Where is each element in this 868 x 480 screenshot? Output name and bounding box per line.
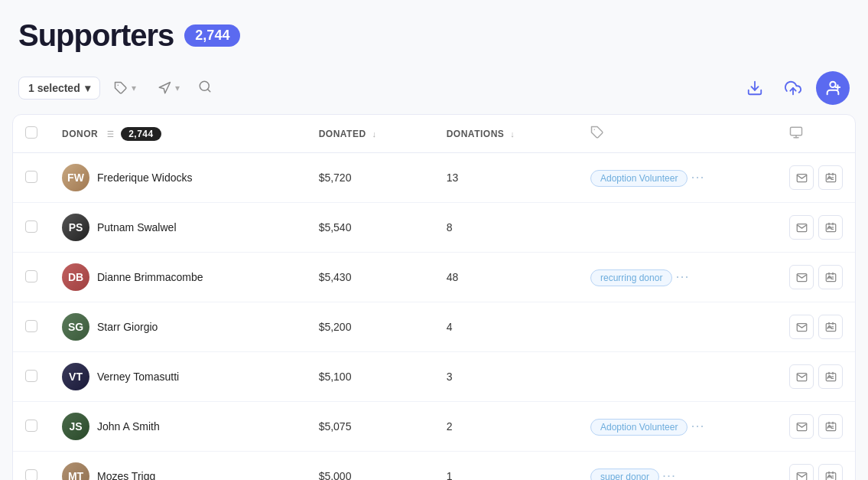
select-all-header[interactable] (13, 115, 50, 153)
row-checkbox-cell[interactable] (13, 452, 50, 481)
contact-card-button[interactable] (818, 215, 843, 240)
contact-card-icon (825, 421, 837, 433)
total-count-badge: 2,744 (184, 24, 240, 47)
page-header: Supporters 2,744 (0, 0, 868, 65)
donor-name[interactable]: Frederique Widocks (97, 171, 193, 184)
row-checkbox-cell[interactable] (13, 203, 50, 253)
actions-cell (777, 352, 855, 402)
tag-more-button[interactable]: ··· (688, 169, 707, 185)
upload-button[interactable] (778, 73, 808, 103)
add-user-button[interactable] (816, 71, 850, 105)
avatar: SG (62, 313, 89, 341)
tag-more-button[interactable]: ··· (688, 418, 707, 434)
donated-column-header[interactable]: DONATED ↓ (307, 115, 434, 153)
row-checkbox[interactable] (25, 469, 37, 481)
donor-name[interactable]: Mozes Trigg (97, 470, 155, 480)
table-row: VTVerney Tomasutti$5,1003 (13, 352, 855, 402)
email-icon (796, 371, 808, 383)
sort-donated-icon: ↓ (372, 129, 376, 139)
table-row: FWFrederique Widocks$5,72013Adoption Vol… (13, 153, 855, 203)
selected-label: 1 selected (28, 82, 80, 94)
actions-cell (777, 452, 855, 481)
contact-card-button[interactable] (818, 464, 843, 480)
chevron-down-icon-tag: ▾ (132, 83, 136, 93)
tags-cell (578, 302, 777, 352)
contact-card-button[interactable] (818, 414, 843, 439)
page-title: Supporters (18, 18, 174, 53)
row-checkbox[interactable] (25, 420, 37, 432)
contact-card-icon (825, 172, 837, 184)
actions-cell (777, 153, 855, 203)
sort-donations-icon: ↓ (510, 129, 515, 139)
row-checkbox-cell[interactable] (13, 302, 50, 352)
contact-card-button[interactable] (818, 265, 843, 289)
tags-cell: Adoption Volunteer··· (578, 153, 777, 203)
row-checkbox-cell[interactable] (13, 253, 50, 302)
table-row: SGStarr Giorgio$5,2004 (13, 302, 855, 352)
email-button[interactable] (789, 315, 814, 339)
donor-name[interactable]: John A Smith (97, 420, 160, 433)
donor-count-badge: 2,744 (121, 127, 161, 141)
contact-card-button[interactable] (818, 364, 843, 389)
email-button[interactable] (789, 414, 814, 439)
tags-cell: super donor··· (578, 452, 777, 481)
contact-card-icon (825, 222, 837, 233)
email-icon (796, 172, 808, 184)
email-button[interactable] (789, 215, 814, 240)
email-button[interactable] (789, 265, 814, 289)
avatar: DB (62, 263, 89, 291)
donor-cell: DBDianne Brimmacombe (50, 253, 307, 302)
contact-card-icon (825, 471, 837, 481)
row-checkbox[interactable] (25, 320, 37, 332)
donor-cell: VTVerney Tomasutti (50, 352, 307, 402)
tag-more-button[interactable]: ··· (672, 269, 692, 285)
donor-column-header[interactable]: DONOR 2,744 (50, 115, 307, 153)
tags-column-header (578, 115, 777, 153)
email-button[interactable] (789, 165, 814, 190)
donor-name[interactable]: Verney Tomasutti (97, 371, 179, 383)
tag-label: Adoption Volunteer (590, 419, 688, 436)
email-icon (796, 471, 808, 481)
contact-card-icon (825, 322, 837, 333)
svg-line-2 (207, 89, 210, 91)
avatar: FW (62, 164, 89, 191)
search-button[interactable] (193, 75, 216, 102)
donor-name[interactable]: Dianne Brimmacombe (97, 271, 203, 283)
row-checkbox[interactable] (25, 220, 37, 233)
email-button[interactable] (789, 464, 814, 480)
table-row: DBDianne Brimmacombe$5,43048recurring do… (13, 253, 855, 302)
row-checkbox-cell[interactable] (13, 402, 50, 452)
row-checkbox[interactable] (25, 370, 37, 382)
tags-cell: recurring donor··· (578, 253, 777, 302)
contact-card-button[interactable] (818, 315, 843, 339)
row-checkbox[interactable] (25, 171, 37, 183)
table-header-row: DONOR 2,744 DONATED ↓ DONATIONS ↓ (13, 115, 855, 153)
announce-button[interactable]: ▾ (150, 77, 187, 100)
actions-cell (777, 253, 855, 302)
tag-label: recurring donor (590, 269, 672, 286)
row-checkbox[interactable] (25, 270, 37, 282)
avatar: VT (62, 363, 89, 390)
row-checkbox-cell[interactable] (13, 352, 50, 402)
email-button[interactable] (789, 364, 814, 389)
selected-button[interactable]: 1 selected ▾ (18, 77, 100, 100)
row-checkbox-cell[interactable] (13, 153, 50, 203)
donor-cell: SGStarr Giorgio (50, 302, 307, 352)
donations-column-header[interactable]: DONATIONS ↓ (434, 115, 578, 153)
donations-cell: 4 (434, 302, 578, 352)
donations-cell: 13 (434, 153, 578, 203)
donated-cell: $5,430 (307, 253, 434, 302)
contact-card-button[interactable] (818, 165, 843, 190)
tag-button[interactable]: ▾ (106, 77, 144, 100)
avatar: JS (62, 413, 89, 440)
donor-cell: FWFrederique Widocks (50, 153, 307, 203)
search-icon (198, 80, 212, 93)
donor-cell: PSPutnam Swalwel (50, 203, 307, 253)
download-button[interactable] (740, 73, 770, 103)
select-all-checkbox[interactable] (25, 126, 37, 139)
donor-name[interactable]: Putnam Swalwel (97, 221, 177, 233)
donations-cell: 3 (434, 352, 578, 402)
donor-name[interactable]: Starr Giorgio (97, 321, 158, 333)
contact-card-icon (825, 272, 837, 283)
tag-more-button[interactable]: ··· (659, 468, 679, 481)
